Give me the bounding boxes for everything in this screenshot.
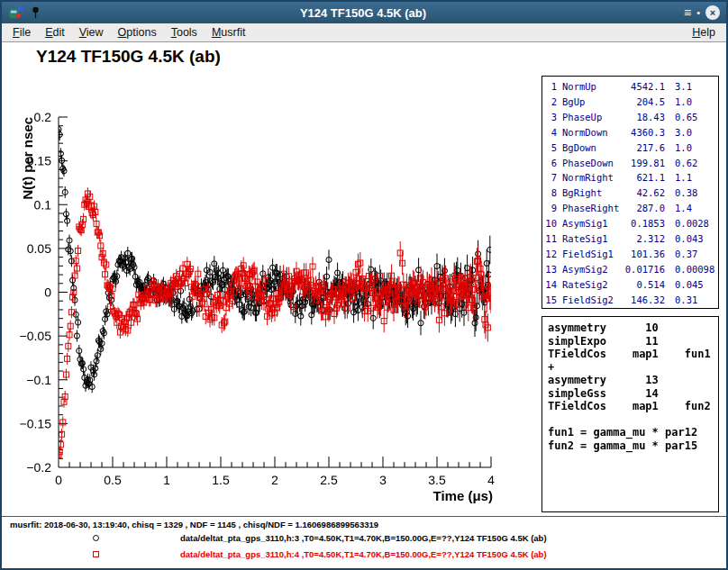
param-row: 7NormRight621.11.1	[544, 170, 718, 185]
param-row: 5BgDown217.61.0	[544, 140, 718, 156]
theory-box: asymmetry 10 simplExpo 11 TFieldCos map1…	[541, 316, 719, 512]
param-row: 15FieldSig2146.320.31	[544, 293, 718, 308]
menu-item-help[interactable]: Help	[687, 24, 721, 41]
window-menu-icon[interactable]: ≡	[684, 5, 691, 20]
app-icon	[8, 5, 23, 20]
main-canvas-area: Y124 TF150G 4.5K (ab) 1NormUp4542.13.12B…	[2, 42, 726, 568]
menu-right: Help	[687, 26, 721, 39]
menu-item-musrfit[interactable]: Musrfit	[206, 24, 251, 41]
legend-item: data/deltat_pta_gps_3110,h:3 ,T0=4.50K,T…	[2, 532, 726, 545]
param-row: 4NormDown4360.33.0	[544, 125, 718, 140]
menu-item-tools[interactable]: Tools	[166, 24, 203, 41]
legend-label: data/deltat_pta_gps_3110,h:3 ,T0=4.50K,T…	[180, 533, 547, 543]
param-row: 11RateSig12.3120.043	[544, 231, 718, 247]
param-row: 12FieldSig1101.360.37	[544, 247, 718, 262]
titlebar[interactable]: Y124 TF150G 4.5K (ab) ≡ • ×	[2, 2, 726, 23]
param-row: 9PhaseRight287.01.4	[544, 201, 718, 216]
legend-item: data/deltat_pta_gps_3110,h:4 ,T0=4.50K,T…	[2, 548, 726, 561]
menu-left: FileEditViewOptionsToolsMusrfit	[7, 24, 250, 41]
parameter-box: 1NormUp4542.13.12BgUp204.51.03PhaseUp18.…	[541, 76, 719, 309]
menu-item-view[interactable]: View	[74, 24, 109, 41]
plot-title: Y124 TF150G 4.5K (ab)	[36, 47, 221, 67]
pin-icon[interactable]	[28, 5, 42, 20]
legend-square-marker	[93, 551, 99, 557]
minimize-button[interactable]: •	[696, 5, 700, 20]
legend-circle-marker	[93, 535, 99, 541]
fit-info: musrfit: 2018-06-30, 13:19:40, chisq = 1…	[10, 520, 378, 529]
menu-item-file[interactable]: File	[7, 24, 36, 41]
param-row: 14RateSig20.5140.045	[544, 277, 718, 293]
param-row: 13AsymSig20.017160.00098	[544, 262, 718, 277]
param-row: 6PhaseDown199.810.62	[544, 156, 718, 171]
param-row: 2BgUp204.51.0	[544, 95, 718, 110]
footer-divider	[2, 516, 726, 517]
menu-item-edit[interactable]: Edit	[40, 24, 70, 41]
close-button[interactable]: ×	[705, 5, 720, 20]
param-row: 10AsymSig10.18530.0028	[544, 216, 718, 231]
param-row: 1NormUp4542.13.1	[544, 79, 718, 95]
param-row: 8BgRight42.620.38	[544, 185, 718, 201]
legend-label: data/deltat_pta_gps_3110,h:4 ,T0=4.50K,T…	[180, 549, 547, 559]
application-window: Y124 TF150G 4.5K (ab) ≡ • × FileEditView…	[0, 0, 728, 570]
menubar: FileEditViewOptionsToolsMusrfit Help	[2, 23, 726, 42]
window-title: Y124 TF150G 4.5K (ab)	[48, 6, 678, 20]
param-row: 3PhaseUp18.430.65	[544, 110, 718, 125]
plot-canvas[interactable]	[2, 78, 542, 509]
menu-item-options[interactable]: Options	[113, 24, 162, 41]
